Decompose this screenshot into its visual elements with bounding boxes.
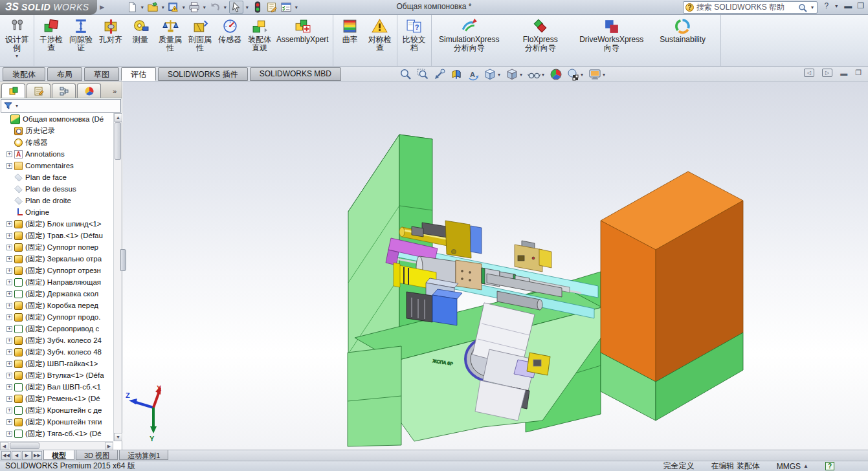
zoom-to-area-button[interactable] bbox=[416, 68, 429, 81]
panel-tabs-overflow[interactable]: » bbox=[113, 87, 120, 98]
filter-dropdown[interactable]: ▾ bbox=[16, 103, 18, 109]
tree-item[interactable]: 历史记录 bbox=[0, 125, 113, 137]
open-document-button[interactable] bbox=[146, 1, 159, 14]
curvature-button[interactable]: 曲率 bbox=[335, 17, 365, 45]
tree-item[interactable]: (固定) Державка скол bbox=[0, 288, 113, 300]
tree-item[interactable]: Annotations bbox=[0, 148, 113, 160]
minimize-button[interactable]: ▬ bbox=[844, 1, 852, 10]
tree-item[interactable]: (固定) Зубч. колесо 24 bbox=[0, 334, 113, 346]
previous-view-button[interactable] bbox=[433, 68, 446, 81]
last-tab-button[interactable]: ▶▶ bbox=[32, 451, 42, 460]
command-tab[interactable]: 布局 bbox=[47, 67, 82, 81]
expand-toggle[interactable] bbox=[6, 349, 12, 355]
doc-tab[interactable]: 3D 视图 bbox=[76, 450, 118, 460]
tree-horizontal-scrollbar[interactable]: ◀ ▶ bbox=[0, 441, 113, 450]
new-document-button[interactable] bbox=[126, 1, 139, 14]
hide-show-items-button[interactable]: ▾ bbox=[528, 68, 546, 81]
expand-toggle[interactable] bbox=[6, 163, 12, 169]
tree-item[interactable]: (固定) Коробка перед bbox=[0, 300, 113, 311]
driveworksxpress-button[interactable]: DriveWorksXpress 向导 bbox=[576, 17, 647, 53]
tree-item[interactable]: (固定) Сервопривод с bbox=[0, 323, 113, 334]
file-properties-button[interactable] bbox=[265, 1, 278, 14]
design-study-button[interactable]: 设计算 例 ▾ bbox=[2, 17, 32, 60]
expand-toggle[interactable] bbox=[6, 338, 12, 344]
graphics-viewport[interactable]: ЖСПА 6Р bbox=[123, 82, 868, 450]
assemblyxpert-button[interactable]: AssemblyXpert bbox=[274, 17, 331, 45]
collapse-right-pane-button[interactable]: ▷ bbox=[822, 69, 832, 77]
expand-toggle[interactable] bbox=[6, 326, 12, 332]
print-button[interactable] bbox=[188, 1, 201, 14]
options-button[interactable] bbox=[280, 1, 293, 14]
units-selector[interactable]: MMGS▲ bbox=[777, 462, 808, 471]
command-tab[interactable]: SOLIDWORKS 插件 bbox=[158, 67, 248, 81]
section-properties-button[interactable]: 剖面属 性 bbox=[185, 17, 215, 53]
design-study-dropdown[interactable]: ▾ bbox=[16, 53, 18, 59]
expand-toggle[interactable] bbox=[6, 291, 12, 297]
featuremanager-tree-tab[interactable] bbox=[1, 83, 25, 98]
undo-button[interactable] bbox=[208, 1, 221, 14]
scroll-up-arrow[interactable]: ▲ bbox=[114, 113, 122, 122]
expand-toggle[interactable] bbox=[6, 373, 12, 378]
collapse-left-pane-button[interactable]: ◁ bbox=[804, 69, 814, 77]
apply-scene-button[interactable]: ▾ bbox=[566, 68, 584, 81]
mass-properties-button[interactable]: 质量属 性 bbox=[155, 17, 185, 53]
command-tab[interactable]: SOLIDWORKS MBD bbox=[250, 67, 341, 81]
assembly-3d-model[interactable]: ЖСПА 6Р bbox=[123, 82, 868, 450]
tree-item[interactable]: (固定) Зубч. колесо 48 bbox=[0, 346, 113, 358]
restore-button[interactable]: ❐ bbox=[857, 1, 864, 10]
tree-item[interactable]: (固定) Суппорт отрезн bbox=[0, 265, 113, 276]
clearance-verify-button[interactable]: 间隙验 证 bbox=[66, 17, 96, 53]
display-style-button[interactable]: ▾ bbox=[506, 68, 524, 81]
displaymanager-tab[interactable] bbox=[77, 83, 101, 98]
rotate-view-button[interactable]: A bbox=[467, 68, 480, 81]
expand-toggle[interactable] bbox=[6, 419, 12, 425]
tree-item[interactable]: (固定) Суппорт продо. bbox=[0, 311, 113, 323]
help-dropdown[interactable]: ▾ bbox=[835, 3, 838, 9]
expand-toggle[interactable] bbox=[6, 279, 12, 285]
expand-toggle[interactable] bbox=[6, 396, 12, 402]
expand-toggle[interactable] bbox=[6, 384, 12, 390]
tree-vertical-scrollbar[interactable]: ▲ ▼ bbox=[113, 113, 122, 441]
tree-item[interactable]: (固定) Ремень<1> (Dé bbox=[0, 393, 113, 404]
first-tab-button[interactable]: ◀◀ bbox=[1, 451, 11, 460]
expand-toggle[interactable] bbox=[6, 268, 12, 274]
tree-item[interactable]: (固定) Направляющая bbox=[0, 276, 113, 288]
edit-appearance-button[interactable] bbox=[550, 68, 562, 81]
tree-item[interactable]: (固定) Трав.<1> (Défau bbox=[0, 230, 113, 241]
expand-toggle[interactable] bbox=[6, 314, 12, 320]
rebuild-button[interactable] bbox=[251, 1, 264, 14]
panel-splitter-grip[interactable] bbox=[120, 249, 126, 271]
expand-toggle[interactable] bbox=[6, 245, 12, 250]
expand-toggle[interactable] bbox=[6, 431, 12, 437]
save-button[interactable] bbox=[167, 1, 180, 14]
configurationmanager-tab[interactable] bbox=[52, 83, 76, 98]
tree-item[interactable]: (固定) Кронштейн с де bbox=[0, 404, 113, 416]
select-tool-button[interactable] bbox=[229, 1, 243, 14]
tree-root-item[interactable]: Общая компоновка (Dé bbox=[0, 113, 113, 125]
horizontal-scroll-thumb[interactable] bbox=[10, 443, 39, 449]
search-dropdown[interactable]: ▾ bbox=[811, 5, 814, 10]
tree-item[interactable]: (固定) ШВП-гайка<1> bbox=[0, 358, 113, 369]
tree-item[interactable]: Commentaires bbox=[0, 160, 113, 171]
vertical-scroll-thumb[interactable] bbox=[115, 122, 121, 160]
tree-item[interactable]: (固定) Суппорт попер bbox=[0, 241, 113, 253]
simulationxpress-button[interactable]: SimulationXpress 分析向导 bbox=[434, 17, 505, 53]
zoom-to-fit-button[interactable] bbox=[399, 68, 412, 81]
tree-item[interactable]: Plan de face bbox=[0, 171, 113, 183]
sensors-button[interactable]: 传感器 bbox=[215, 17, 245, 45]
symmetry-check-button[interactable]: 对称检 查 bbox=[365, 17, 395, 53]
command-tab[interactable]: 装配体 bbox=[3, 67, 45, 81]
quick-tips-icon[interactable]: ? bbox=[825, 462, 834, 470]
tree-filter[interactable]: ▾ bbox=[1, 99, 121, 113]
search-input[interactable]: ? 搜索 SOLIDWORKS 帮助 ▾ bbox=[683, 1, 818, 14]
tree-item[interactable]: Plan de droite bbox=[0, 195, 113, 206]
tree-item[interactable]: (固定) Кронштейн тяги bbox=[0, 416, 113, 428]
tree-item[interactable]: Plan de dessus bbox=[0, 183, 113, 195]
tree-item[interactable]: 传感器 bbox=[0, 137, 113, 148]
view-settings-button[interactable]: ▾ bbox=[588, 68, 606, 81]
doc-tab[interactable]: 运动算例1 bbox=[119, 450, 168, 460]
tree-item[interactable]: Origine bbox=[0, 206, 113, 218]
expand-toggle[interactable] bbox=[6, 151, 12, 157]
expand-toggle[interactable] bbox=[6, 221, 12, 227]
tree-item[interactable]: (固定) Тяга-сб.<1> (Dé bbox=[0, 428, 113, 439]
